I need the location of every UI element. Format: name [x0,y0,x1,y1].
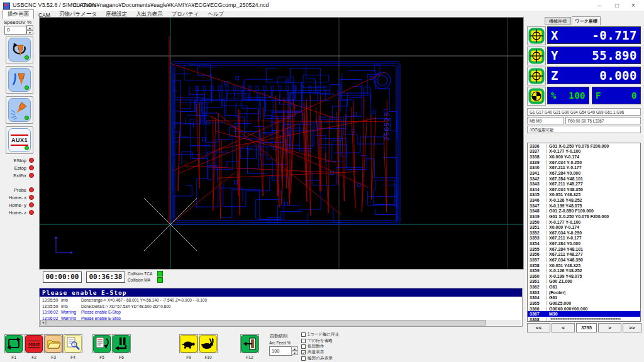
gcode-line-text: G01 Z-0.850 F100.000 [547,209,594,213]
log-row: 13:05:59InfoDone:range-> X=0.467 - 68.00… [40,297,522,304]
open-file-button[interactable] [44,334,63,353]
gcode-line[interactable]: 3347X-0.199 Y48.075 [528,203,640,209]
speed-override-down-button[interactable]: ▼ [26,30,33,35]
indicator-led [29,187,34,192]
gcode-line[interactable]: 3358X0.051 Y48.325 [528,263,640,268]
gcode-line[interactable]: 3344X67.034 Y48.350 [528,187,640,192]
gcode-line-text: X0.051 Y48.325 [547,192,580,197]
spindle-led [25,55,29,60]
gcode-line[interactable]: 3366G00X0.000Y00.000 [528,306,640,312]
gcode-line[interactable]: 3352X67.034 Y-0.250 [528,230,640,236]
gcode-line[interactable]: 3362G61 [528,284,640,290]
gcode-line[interactable]: 3356X67.211 Y48.277 [528,252,640,258]
checkbox-"/"の行を省略[interactable]: "/"の行を省略 [301,337,339,343]
gcode-line[interactable]: 3341X67.284 Y0.000 [528,170,640,176]
gcode-line[interactable]: 3343X67.211 Y48.277 [528,181,640,187]
datum-button[interactable] [527,87,546,106]
modal-mcode-state: M5 M9 [527,117,564,124]
gcode-line[interactable]: 3365G00Z5.000 [528,300,640,306]
gcode-line[interactable]: 3337X-0.177 Y-0.100 [528,149,640,155]
estop-indicator-group: EStopEstopExtErr [0,156,36,179]
zero-z-button[interactable] [527,67,546,85]
gcode-line[interactable]: 3349G01 X-0.250 Y0.076 F200.000 [528,214,640,219]
gcode-line[interactable]: 3342X67.284 Y48.101 [528,176,640,182]
scroll-thumb[interactable] [46,320,486,326]
spindle-button[interactable] [6,36,33,63]
fast-feed-button[interactable] [199,334,218,353]
f5-key-label: F5 [92,355,111,359]
gcode-line-number: 3339 [528,160,547,165]
gcode-listing[interactable]: 3336G01 X-0.250 Y0.076 F200.0003337X-0.1… [527,143,641,322]
coolant-flood-button[interactable] [6,66,33,94]
gcode-next-button[interactable]: > [598,323,621,332]
gcode-line[interactable]: 3348G01 Z-0.850 F100.000 [528,209,640,214]
aux1-button[interactable]: AUX1 [6,126,33,154]
reset-button[interactable]: reset [25,334,43,353]
gcode-line-text: X67.284 Y48.101 [547,247,583,251]
gcode-line-number: 3342 [528,177,547,181]
gcode-line[interactable]: 3364G61 [528,295,640,301]
tab-work-coords[interactable]: ワーク座標 [572,16,601,25]
gcode-line[interactable]: 3361G00 Z1.000 [528,279,640,285]
gcode-line[interactable]: 3359X-0.126 Y48.252 [528,268,640,273]
gcode-line[interactable]: 3339X67.034 Y-0.250 [528,160,640,165]
y-axis-label: Y [551,48,558,62]
close-button[interactable]: × [625,0,641,11]
gcode-line[interactable]: 3354X67.284 Y0.000 [528,241,640,246]
gcode-line-number: 3355 [528,247,547,251]
run-program-button[interactable] [92,334,111,353]
gcode-line[interactable]: 3353X67.211 Y-0.177 [528,236,640,241]
gcode-line-text: X67.034 Y-0.250 [547,160,582,165]
gcode-line[interactable]: 3351X0.000 Y-0.174 [528,224,640,230]
gcode-line[interactable]: 3363(Footer) [528,290,640,295]
app-icon [3,3,10,9]
gcode-line-number: 3361 [528,279,547,283]
z-axis-display: Z 0.000 [547,67,641,84]
coolant-mist-button[interactable] [6,96,33,124]
checkbox-box [301,332,306,337]
scroll-left-icon[interactable]: ◄ [40,320,46,326]
arc-feed-down-button[interactable]: ▼ [291,351,298,355]
slow-feed-button[interactable] [179,334,198,353]
checkbox-高速表示[interactable]: ✓高速表示 [301,349,339,355]
gcode-line-text: X67.034 Y-0.250 [547,231,582,235]
gcode-line[interactable]: 3336G01 X-0.250 Y0.076 F200.000 [528,143,640,149]
gcode-line[interactable]: 3367M30 [528,311,640,317]
gcode-line[interactable]: 3360X-0.199 Y48.075 [528,273,640,279]
gcode-line[interactable]: 3338X0.000 Y-0.174 [528,154,640,160]
checkbox-仮想動作[interactable]: 仮想動作 [301,344,339,349]
gcode-prev-button[interactable]: < [552,323,575,332]
gcode-line-text: X67.211 Y48.277 [547,182,583,186]
arc-feed-up-button[interactable]: ▲ [291,346,298,351]
tab-machine-coords[interactable]: 機械座標 [545,17,571,25]
gcode-line[interactable]: 3368;***********************************… [528,317,640,322]
log-level: Warning [61,310,81,314]
gcode-first-button[interactable]: << [527,323,550,332]
speed-override-up-button[interactable]: ▲ [26,25,33,30]
arc-feed-input[interactable]: 100 [269,346,292,356]
gcode-line-number: 3340 [528,165,547,170]
gcode-last-button[interactable]: >> [623,323,641,332]
checkbox-1コード毎に停止[interactable]: 1コード毎に停止 [301,332,339,337]
gcode-line[interactable]: 3355X67.284 Y48.101 [528,246,640,252]
checkbox-輪郭のみ表示[interactable]: 輪郭のみ表示 [301,356,339,361]
gcode-line-number: 3344 [528,187,547,192]
file-info-button[interactable] [64,334,82,353]
zero-x-button[interactable] [527,26,546,45]
speed-override-input[interactable]: 0 [4,26,26,35]
toolpath-canvas[interactable]: 250523 [39,17,524,270]
maximize-button[interactable]: □ [609,0,625,11]
gcode-line[interactable]: 3350X-0.177 Y-0.100 [528,219,640,225]
minimize-button[interactable]: – [591,0,608,11]
menu-item-操作画面[interactable]: 操作画面 [3,9,34,19]
pause-step-button[interactable] [112,334,131,353]
gcode-line[interactable]: 3345X0.051 Y48.325 [528,192,640,198]
gcode-line[interactable]: 3357X67.034 Y48.350 [528,257,640,263]
gcode-line[interactable]: 3340X67.211 Y-0.177 [528,165,640,171]
message-scrollbar[interactable]: ◄ [40,320,521,326]
gcode-line-text: X0.051 Y48.325 [547,263,580,268]
gcode-line[interactable]: 3346X-0.126 Y48.252 [528,197,640,203]
zero-y-button[interactable] [527,47,546,65]
run-loop-button[interactable] [4,334,23,353]
exit-button[interactable] [240,334,259,353]
